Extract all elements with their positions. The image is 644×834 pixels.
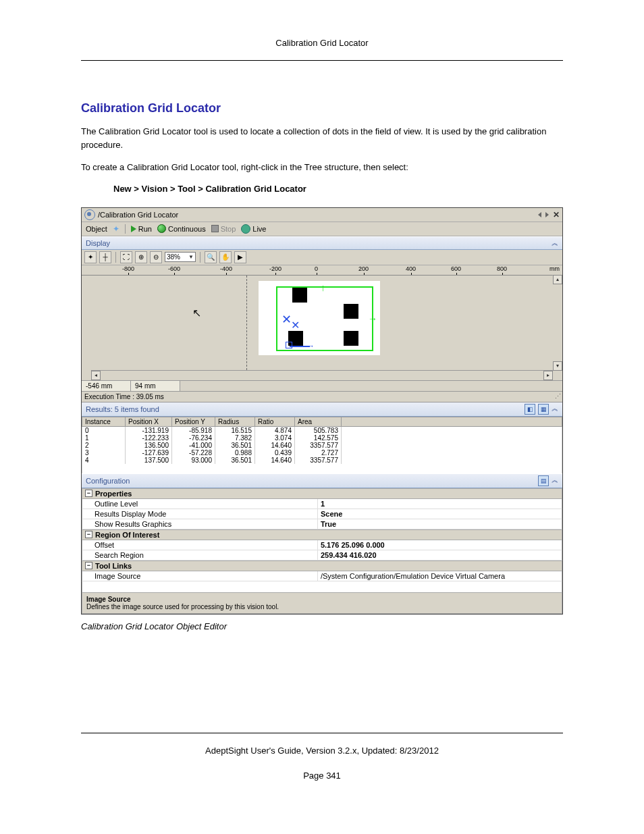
collapse-icon[interactable]: − (85, 490, 92, 497)
property-grid: −Properties Outline Level1Results Displa… (82, 488, 562, 614)
object-menu[interactable]: Object (86, 225, 107, 233)
stop-button[interactable]: Stop (211, 225, 236, 233)
object-editor-window: /Calibration Grid Locator ✕ Object ✦ Run… (81, 207, 563, 615)
roi-arrow-right-icon: → (368, 313, 377, 324)
header-rule (81, 60, 563, 61)
origin-marker-icon: ✕ (281, 312, 292, 327)
configuration-label: Configuration (86, 477, 130, 485)
next-tab-icon[interactable] (545, 212, 549, 217)
vertical-scrollbar[interactable]: ▴ ▾ (552, 275, 562, 371)
category-tool-links[interactable]: −Tool Links (82, 561, 562, 571)
canvas-area: -800 -600 -400 -200 0 200 400 600 800 mm… (82, 265, 562, 380)
object-toolbar: Object ✦ Run Continuous Stop Live (82, 222, 562, 236)
origin-marker-icon: ✕ (291, 319, 300, 332)
property-row[interactable]: Outline Level1 (82, 499, 562, 509)
section-title: Calibration Grid Locator (81, 101, 563, 115)
property-row[interactable]: Image Source/System Configuration/Emulat… (82, 571, 562, 581)
zoom-toolbar: ✦ ┼ ⛶ ⊕ ⊖ 38%▼ 🔍 ✋ ▶ (82, 250, 562, 265)
property-row[interactable]: Search Region259.434 416.020 (82, 550, 562, 561)
collapse-icon[interactable]: − (85, 531, 92, 538)
display-label: Display (86, 239, 110, 247)
collapse-icon[interactable]: ︽ (552, 238, 558, 248)
config-view-icon[interactable]: ▤ (538, 475, 549, 486)
property-help: Image Source Defines the image source us… (82, 593, 562, 614)
wand-icon[interactable]: ✦ (113, 224, 119, 234)
results-label: Results: 5 items found (86, 405, 159, 413)
zoom-in-icon[interactable]: ⊕ (135, 251, 147, 263)
roi-arrow-up-icon: ↑ (321, 282, 325, 293)
intro-paragraph: The Calibration Grid Locator tool is use… (81, 125, 563, 151)
axis-arrow-icon: → (307, 342, 315, 350)
property-row[interactable]: Show Results GraphicsTrue (82, 519, 562, 529)
ruler-horizontal: -800 -600 -400 -200 0 200 400 600 800 mm (82, 265, 562, 276)
continuous-button[interactable]: Continuous (157, 224, 206, 233)
prev-tab-icon[interactable] (538, 212, 541, 217)
results-panel-header[interactable]: Results: 5 items found ◧ ▦ ︽ (82, 402, 562, 417)
close-icon[interactable]: ✕ (553, 210, 560, 219)
instruction-paragraph: To create a Calibration Grid Locator too… (81, 161, 563, 174)
zoom-fit-icon[interactable]: ⛶ (120, 251, 132, 263)
running-header: Calibration Grid Locator (81, 38, 563, 48)
menu-path: New > Vision > Tool > Calibration Grid L… (113, 184, 563, 194)
play-icon (131, 226, 136, 232)
footer-guide: AdeptSight User's Guide, Version 3.2.x, … (81, 746, 563, 756)
execution-time-row: Execution Time : 39.05 ms ⋰ (82, 392, 562, 402)
scroll-right-icon[interactable]: ▸ (543, 371, 553, 380)
scroll-down-icon[interactable]: ▾ (553, 361, 562, 371)
continuous-icon (157, 224, 166, 233)
pan-icon[interactable]: ✋ (219, 251, 232, 263)
grip-icon: ⋰ (555, 393, 560, 400)
property-row[interactable]: Offset5.176 25.096 0.000 (82, 540, 562, 550)
table-row[interactable]: 2136.500-41.00036.50114.6403357.577 (82, 442, 562, 449)
horizontal-scrollbar[interactable]: ◂ ▸ (91, 370, 553, 380)
camera-image: ↑ → ✕ ✕ → (259, 281, 380, 355)
calibration-dot (344, 331, 358, 346)
cursor-x: -546 mm (82, 381, 131, 391)
figure-caption: Calibration Grid Locator Object Editor (81, 621, 563, 631)
property-row[interactable]: Results Display ModeScene (82, 509, 562, 519)
pointer-icon[interactable]: ▶ (234, 251, 246, 263)
footer-rule (81, 733, 563, 733)
category-properties[interactable]: −Properties (82, 488, 562, 499)
scroll-up-icon[interactable]: ▴ (553, 275, 562, 284)
results-table: Instance Position X Position Y Radius Ra… (82, 417, 562, 473)
cursor-y: 94 mm (131, 381, 180, 391)
collapse-icon[interactable]: ︽ (552, 404, 558, 415)
table-row[interactable]: 4137.50093.00036.50114.6403357.577 (82, 457, 562, 464)
calibration-dot (292, 288, 307, 303)
crosshair-icon[interactable]: ┼ (99, 251, 111, 263)
live-button[interactable]: Live (241, 224, 266, 234)
category-roi[interactable]: −Region Of Interest (82, 529, 562, 540)
table-row[interactable]: 3-127.639-57.2280.9880.4392.727 (82, 449, 562, 457)
zoom-out-icon[interactable]: ⊖ (150, 251, 162, 263)
calibration-dot (344, 304, 358, 319)
scroll-left-icon[interactable]: ◂ (91, 371, 101, 380)
live-icon (241, 224, 250, 234)
results-view-icon[interactable]: ◧ (525, 404, 535, 415)
window-titlebar: /Calibration Grid Locator ✕ (82, 208, 562, 222)
collapse-icon[interactable]: ︽ (552, 475, 558, 486)
window-title: /Calibration Grid Locator (98, 211, 178, 219)
cursor-icon: ↖ (192, 307, 201, 319)
table-row[interactable]: 1-122.233-76.2347.3823.074142.575 (82, 434, 562, 442)
results-grid-icon[interactable]: ▦ (538, 404, 549, 415)
run-button[interactable]: Run (131, 225, 152, 233)
tools-icon[interactable]: ✦ (84, 251, 97, 263)
ruler-vertical (82, 275, 92, 371)
stop-icon (211, 225, 219, 232)
zoom-select[interactable]: 38%▼ (165, 252, 196, 262)
display-panel-header[interactable]: Display ︽ (82, 236, 562, 250)
vision-canvas[interactable]: ↑ → ✕ ✕ → ↖ (91, 276, 553, 370)
zoom-icon[interactable]: 🔍 (205, 251, 217, 263)
table-row[interactable]: 0-131.919-85.91816.5154.874505.783 (82, 426, 562, 434)
tool-icon (84, 209, 95, 220)
configuration-panel-header[interactable]: Configuration ▤ ︽ (82, 473, 562, 488)
footer-page: Page 341 (81, 771, 563, 781)
status-bar: -546 mm 94 mm (82, 380, 562, 392)
origin-square (286, 342, 292, 348)
collapse-icon[interactable]: − (85, 562, 92, 569)
